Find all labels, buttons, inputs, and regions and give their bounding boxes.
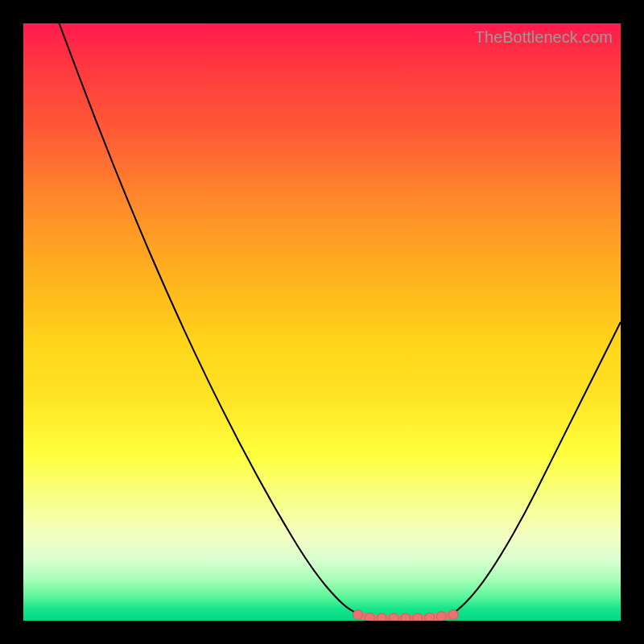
marker-dot [425, 613, 435, 621]
marker-dot [377, 613, 386, 621]
outer-frame: TheBottleneck.com [0, 0, 644, 644]
plot-area: TheBottleneck.com [23, 23, 621, 621]
marker-dot [448, 610, 458, 620]
marker-dot [353, 610, 363, 620]
marker-dot [365, 613, 374, 621]
chart-svg [23, 23, 621, 621]
marker-dot [436, 612, 446, 621]
marker-dot [401, 613, 411, 621]
bottleneck-curve [60, 23, 621, 618]
marker-dot [413, 613, 423, 621]
marker-dots [353, 610, 459, 621]
curve-lines [60, 23, 621, 618]
marker-dot [389, 613, 398, 621]
